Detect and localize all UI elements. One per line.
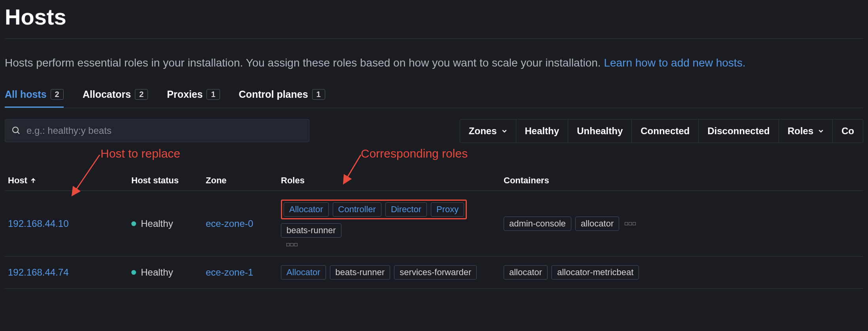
tab-label: Allocators — [83, 89, 131, 100]
filter-disconnected[interactable]: Disconnected — [698, 120, 778, 143]
tab-label: Proxies — [167, 89, 203, 100]
svg-line-3 — [73, 155, 100, 194]
svg-line-1 — [17, 132, 19, 134]
filter-containers-overflow[interactable]: Co — [832, 120, 863, 143]
filter-healthy[interactable]: Healthy — [516, 120, 568, 143]
cell-zone: ece-zone-1 — [206, 267, 281, 278]
container-tag[interactable]: allocator — [504, 265, 548, 280]
arrow-host-replace — [68, 155, 104, 202]
role-tag-director[interactable]: Director — [385, 202, 427, 217]
filter-label: Unhealthy — [577, 126, 623, 137]
cell-roles: Allocator beats-runner services-forwarde… — [281, 265, 504, 280]
host-link[interactable]: 192.168.44.74 — [8, 267, 68, 278]
zone-link[interactable]: ece-zone-0 — [206, 218, 253, 229]
filter-connected[interactable]: Connected — [631, 120, 698, 143]
filter-buttons: Zones Healthy Unhealthy Connected Discon… — [460, 119, 863, 143]
filter-label: Disconnected — [707, 126, 769, 137]
learn-link[interactable]: Learn how to add new hosts. — [604, 57, 745, 69]
filter-zones[interactable]: Zones — [460, 120, 516, 143]
health-dot-icon — [131, 270, 136, 275]
host-link[interactable]: 192.168.44.10 — [8, 218, 68, 229]
health-dot-icon — [131, 221, 136, 226]
tab-allocators[interactable]: Allocators 2 — [83, 89, 148, 108]
filter-row: Zones Healthy Unhealthy Connected Discon… — [5, 119, 863, 143]
cell-host: 192.168.44.10 — [5, 218, 131, 229]
tab-proxies[interactable]: Proxies 1 — [167, 89, 220, 108]
description-text: Hosts perform essential roles in your in… — [5, 57, 604, 69]
col-header-containers[interactable]: Containers — [504, 175, 863, 186]
col-header-label: Host — [8, 175, 27, 186]
sort-asc-icon — [30, 178, 36, 183]
annotations-layer: Host to replace Corresponding roles — [5, 147, 863, 169]
table-row: 192.168.44.74 Healthy ece-zone-1 Allocat… — [5, 257, 863, 289]
hosts-table: Host Host status Zone Roles Containers 1… — [5, 169, 863, 289]
roles-more-icon[interactable]: □□□ — [281, 242, 504, 247]
tab-count-badge: 2 — [51, 89, 64, 100]
col-header-roles[interactable]: Roles — [281, 175, 504, 186]
filter-label: Connected — [641, 126, 690, 137]
containers-more-icon[interactable]: □□□ — [623, 221, 637, 226]
filter-roles[interactable]: Roles — [779, 120, 832, 143]
cell-roles: Allocator Controller Director Proxy beat… — [281, 200, 504, 247]
svg-line-5 — [344, 155, 361, 183]
tab-label: All hosts — [5, 89, 47, 100]
chevron-down-icon — [502, 128, 507, 134]
table-header: Host Host status Zone Roles Containers — [5, 169, 863, 191]
roles-highlight-box: Allocator Controller Director Proxy — [281, 200, 467, 219]
cell-status: Healthy — [131, 267, 206, 278]
search-icon — [11, 126, 21, 135]
status-text: Healthy — [141, 267, 173, 278]
arrow-roles — [337, 155, 369, 190]
filter-unhealthy[interactable]: Unhealthy — [568, 120, 631, 143]
chevron-down-icon — [818, 128, 824, 134]
status-text: Healthy — [141, 218, 173, 229]
role-tag-allocator[interactable]: Allocator — [284, 202, 329, 217]
filter-label: Co — [841, 126, 854, 137]
search-box[interactable] — [5, 119, 309, 142]
annotation-host-replace: Host to replace — [100, 147, 180, 160]
container-tag[interactable]: admin-console — [504, 217, 571, 231]
cell-containers: allocator allocator-metricbeat — [504, 265, 863, 280]
search-input[interactable] — [27, 125, 303, 136]
cell-zone: ece-zone-0 — [206, 218, 281, 229]
col-header-status[interactable]: Host status — [131, 175, 206, 186]
tab-count-badge: 1 — [312, 89, 325, 100]
role-tag-beats-runner[interactable]: beats-runner — [330, 265, 390, 280]
role-tag-controller[interactable]: Controller — [333, 202, 381, 217]
container-tag[interactable]: allocator — [575, 217, 619, 231]
role-tag-allocator[interactable]: Allocator — [281, 265, 326, 280]
filter-label: Roles — [788, 126, 813, 137]
col-header-zone[interactable]: Zone — [206, 175, 281, 186]
role-tag-beats-runner[interactable]: beats-runner — [281, 223, 341, 238]
svg-point-0 — [13, 127, 18, 133]
tab-count-badge: 2 — [135, 89, 148, 100]
annotation-roles: Corresponding roles — [361, 147, 468, 160]
divider — [5, 38, 863, 39]
zone-link[interactable]: ece-zone-1 — [206, 267, 253, 278]
page-title: Hosts — [5, 0, 863, 38]
container-tag[interactable]: allocator-metricbeat — [552, 265, 639, 280]
tab-control-planes[interactable]: Control planes 1 — [239, 89, 325, 108]
tab-label: Control planes — [239, 89, 308, 100]
table-row: 192.168.44.10 Healthy ece-zone-0 Allocat… — [5, 191, 863, 257]
tab-all-hosts[interactable]: All hosts 2 — [5, 89, 64, 108]
tab-count-badge: 1 — [207, 89, 220, 100]
tabs-bar: All hosts 2 Allocators 2 Proxies 1 Contr… — [5, 89, 863, 108]
filter-label: Zones — [469, 126, 497, 137]
page-description: Hosts perform essential roles in your in… — [5, 55, 863, 71]
cell-status: Healthy — [131, 218, 206, 229]
cell-containers: admin-console allocator □□□ — [504, 217, 863, 231]
filter-label: Healthy — [525, 126, 559, 137]
role-tag-services-forwarder[interactable]: services-forwarder — [394, 265, 477, 280]
role-tag-proxy[interactable]: Proxy — [431, 202, 464, 217]
cell-host: 192.168.44.74 — [5, 267, 131, 278]
